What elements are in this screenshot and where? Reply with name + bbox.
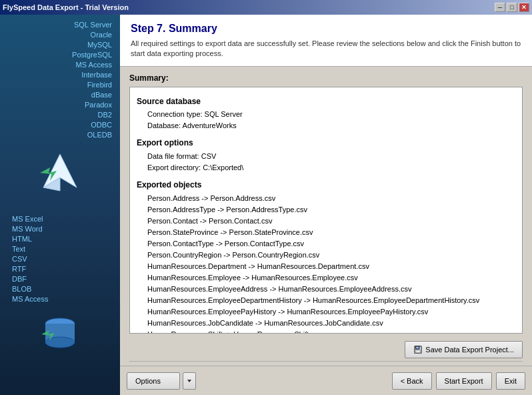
save-project-button[interactable]: Save Data Export Project...	[405, 341, 523, 358]
exported-object-item: HumanResources.EmployeeDepartmentHistory…	[147, 295, 515, 306]
sidebar: SQL ServerOracleMySQLPostgreSQLMS Access…	[0, 15, 120, 395]
sidebar-db-item[interactable]: Firebird	[85, 80, 115, 89]
sidebar-db-item[interactable]: ODBC	[88, 120, 115, 129]
exported-object-item: Person.Contact -> Person.Contact.csv	[147, 216, 515, 227]
svg-marker-10	[187, 380, 191, 382]
sidebar-db-item[interactable]: OLEDB	[85, 130, 115, 139]
start-export-label: Start Export	[445, 377, 483, 385]
sidebar-format-item[interactable]: DBF	[9, 274, 29, 284]
database-list: SQL ServerOracleMySQLPostgreSQLMS Access…	[0, 20, 120, 139]
options-label: Options	[135, 377, 161, 385]
sidebar-db-item[interactable]: MySQL	[85, 40, 115, 49]
sidebar-db-item[interactable]: MS Access	[73, 60, 115, 69]
minimize-button[interactable]: ─	[495, 3, 505, 12]
svg-rect-8	[416, 346, 419, 349]
sidebar-format-item[interactable]: BLOB	[9, 284, 34, 294]
content-body: Summary: Source database Connection type…	[120, 67, 532, 338]
back-label: < Back	[401, 377, 423, 385]
sidebar-db-item[interactable]: Oracle	[88, 30, 115, 39]
exported-object-item: HumanResources.Employee -> HumanResource…	[147, 272, 515, 284]
sidebar-db-item[interactable]: Paradox	[82, 100, 115, 109]
exported-object-item: Person.Address -> Person.Address.csv	[147, 193, 515, 204]
svg-rect-9	[416, 350, 421, 353]
content-area: Step 7. Summary All required settings to…	[120, 15, 532, 395]
save-project-area: Save Data Export Project...	[120, 338, 532, 361]
exported-object-item: HumanResources.EmployeePayHistory -> Hum…	[147, 306, 515, 318]
summary-label: Summary:	[129, 73, 523, 83]
options-dropdown-arrow[interactable]	[183, 372, 196, 390]
sidebar-db-item[interactable]: SQL Server	[71, 20, 115, 29]
window-title: FlySpeed Data Export - Trial Version	[3, 3, 129, 11]
data-file-format: Data file format: CSV	[147, 151, 515, 162]
sidebar-format-item[interactable]: HTML	[9, 234, 35, 244]
sidebar-db-item[interactable]: Interbase	[79, 70, 115, 79]
start-export-button[interactable]: Start Export	[436, 372, 492, 390]
format-list: MS ExcelMS WordHTMLTextCSVRTFDBFBLOBMS A…	[0, 214, 120, 304]
exported-object-item: Person.AddressType -> Person.AddressType…	[147, 204, 515, 216]
sidebar-format-item[interactable]: RTF	[9, 264, 29, 274]
source-db-heading: Source database	[137, 95, 515, 108]
export-directory: Export directory: C:\Exported\	[147, 162, 515, 173]
sidebar-db-item[interactable]: DB2	[95, 110, 115, 119]
divider	[129, 361, 523, 362]
step-description: All required settings to export data are…	[131, 39, 521, 59]
sidebar-format-item[interactable]: MS Access	[9, 294, 51, 304]
sidebar-format-item[interactable]: MS Excel	[9, 214, 45, 224]
back-button[interactable]: < Back	[392, 372, 432, 390]
app-logo	[37, 147, 83, 201]
save-project-label: Save Data Export Project...	[425, 346, 514, 354]
exported-object-item: HumanResources.Department -> HumanResour…	[147, 261, 515, 272]
sidebar-db-item[interactable]: PostgreSQL	[69, 50, 115, 59]
sidebar-db-item[interactable]: dBase	[89, 90, 115, 99]
exported-object-item: Person.StateProvince -> Person.StateProv…	[147, 227, 515, 238]
options-button[interactable]: Options	[127, 372, 180, 390]
exit-label: Exit	[505, 377, 517, 385]
svg-point-5	[45, 337, 75, 348]
sidebar-format-item[interactable]: MS Word	[9, 224, 45, 234]
exported-object-item: Person.CountryRegion -> Person.CountryRe…	[147, 250, 515, 261]
sidebar-format-item[interactable]: Text	[9, 244, 28, 254]
database-name: Database: AdventureWorks	[147, 120, 515, 131]
step-title: Step 7. Summary	[131, 23, 521, 35]
exported-object-item: HumanResources.JobCandidate -> HumanReso…	[147, 318, 515, 329]
export-options-heading: Export options	[137, 137, 515, 149]
close-button[interactable]: ✕	[519, 3, 529, 12]
exported-object-item: Person.ContactType -> Person.ContactType…	[147, 238, 515, 250]
bottom-bar: Options < Back Start Export Exit	[120, 366, 532, 395]
connection-type: Connection type: SQL Server	[147, 109, 515, 120]
left-buttons: Options	[127, 372, 196, 390]
db-icon	[40, 314, 80, 356]
sidebar-format-item[interactable]: CSV	[9, 254, 30, 264]
exported-objects-heading: Exported objects	[137, 179, 515, 191]
exit-button[interactable]: Exit	[496, 372, 525, 390]
maximize-button[interactable]: □	[507, 3, 517, 12]
main-container: SQL ServerOracleMySQLPostgreSQLMS Access…	[0, 15, 532, 395]
exported-object-item: HumanResources.Shift -> HumanResources.S…	[147, 329, 515, 333]
title-bar: FlySpeed Data Export - Trial Version ─ □…	[0, 0, 532, 15]
summary-box: Source database Connection type: SQL Ser…	[129, 87, 523, 334]
exported-object-item: HumanResources.EmployeeAddress -> HumanR…	[147, 284, 515, 295]
exported-objects-list: Person.Address -> Person.Address.csvPers…	[137, 193, 515, 334]
step-header: Step 7. Summary All required settings to…	[120, 15, 532, 67]
right-buttons: < Back Start Export Exit	[392, 372, 525, 390]
window-controls: ─ □ ✕	[495, 3, 529, 12]
